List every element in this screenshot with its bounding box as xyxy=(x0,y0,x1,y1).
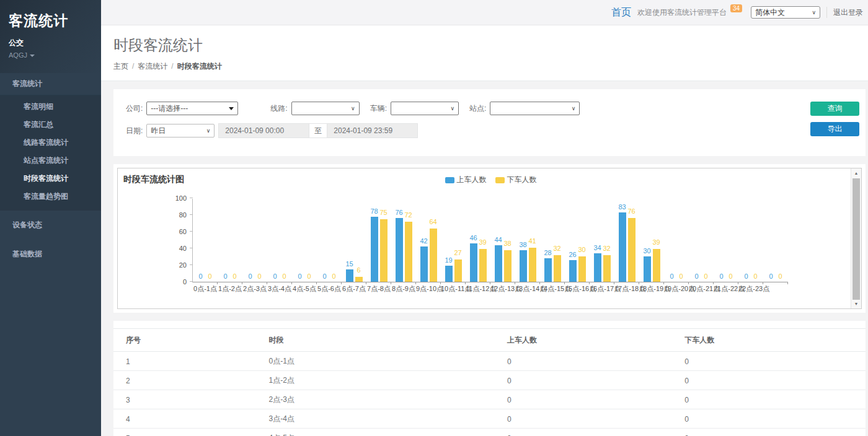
x-axis-label: 8点-9点 xyxy=(391,284,416,294)
end-date-input[interactable]: 2024-01-09 23:59 xyxy=(327,123,418,138)
alighting-bar[interactable] xyxy=(430,229,437,282)
sidebar-item-trend-chart[interactable]: 客流量趋势图 xyxy=(0,188,101,206)
alighting-bar[interactable] xyxy=(405,222,412,282)
alighting-bar[interactable] xyxy=(454,259,462,282)
bar-group: 0022点-23点 xyxy=(738,198,763,282)
vehicle-label: 车辆: xyxy=(370,103,387,114)
sidebar-submenu: 客流明细 客流汇总 线路客流统计 站点客流统计 时段客流统计 客流量趋势图 xyxy=(0,95,101,211)
date-preset-select[interactable]: 昨日 ∨ xyxy=(146,124,215,137)
legend-alighting[interactable]: 下车人数 xyxy=(495,175,537,185)
company-select[interactable]: ---请选择--- xyxy=(146,102,238,115)
bar-value-label: 76 xyxy=(627,207,635,215)
sidebar-item-passenger-stats[interactable]: 客流统计 xyxy=(0,73,101,95)
boarding-bar[interactable] xyxy=(371,217,378,282)
bar-group: 463911点-12点 xyxy=(466,198,490,282)
bar-value-label: 0 xyxy=(728,272,732,280)
boarding-bar[interactable] xyxy=(619,212,626,282)
table-row: 21点-2点00 xyxy=(113,371,866,390)
bar-value-label: 0 xyxy=(198,272,202,280)
alighting-bar[interactable] xyxy=(355,277,363,282)
sidebar-item-base-data[interactable]: 基础数据 xyxy=(0,240,101,265)
bar-value-label: 72 xyxy=(404,211,412,219)
bar-value-label: 0 xyxy=(298,272,301,280)
start-date-input[interactable]: 2024-01-09 00:00 xyxy=(218,123,309,138)
x-axis-label: 2点-3点 xyxy=(242,284,267,294)
col-header-boarding: 上车人数 xyxy=(495,329,672,352)
y-axis-tick-label: 60 xyxy=(168,228,187,235)
boarding-bar[interactable] xyxy=(445,266,453,282)
x-axis-label: 12点-13点 xyxy=(490,284,515,294)
alighting-bar[interactable] xyxy=(479,249,487,282)
x-axis-label: 11点-12点 xyxy=(466,284,490,294)
boarding-bar[interactable] xyxy=(495,245,502,282)
scroll-down-icon[interactable]: ▼ xyxy=(851,299,861,308)
scroll-up-icon[interactable]: ▲ xyxy=(851,168,861,178)
alighting-bar[interactable] xyxy=(578,256,586,282)
table-panel: 序号 时段 上车人数 下车人数 10点-1点0021点-2点0032点-3点00… xyxy=(113,321,866,436)
boarding-bar[interactable] xyxy=(520,250,527,282)
bar-value-label: 0 xyxy=(322,272,326,280)
export-button[interactable]: 导出 xyxy=(810,122,859,136)
language-select[interactable]: 简体中文 ∨ xyxy=(751,6,820,19)
alighting-bar[interactable] xyxy=(653,249,660,282)
bar-value-label: 28 xyxy=(544,249,551,256)
alighting-bar[interactable] xyxy=(380,219,388,282)
bar-value-label: 34 xyxy=(593,244,601,251)
vehicle-select[interactable]: ∨ xyxy=(391,102,459,115)
breadcrumb-section[interactable]: 客流统计 xyxy=(138,62,167,71)
bar-group: 76728点-9点 xyxy=(391,198,416,282)
table-row: 10点-1点00 xyxy=(113,352,866,371)
bar-value-label: 41 xyxy=(528,237,536,245)
boarding-bar[interactable] xyxy=(594,253,601,282)
boarding-bar[interactable] xyxy=(569,260,577,282)
org-switcher[interactable]: AQGJ xyxy=(9,51,92,59)
line-select[interactable]: ∨ xyxy=(291,102,360,115)
sidebar-item-flow-summary[interactable]: 客流汇总 xyxy=(0,116,101,134)
breadcrumb-home[interactable]: 主页 xyxy=(113,62,128,71)
query-button[interactable]: 查询 xyxy=(810,102,859,116)
sidebar-item-flow-detail[interactable]: 客流明细 xyxy=(0,98,101,116)
logout-link[interactable]: 退出登录 xyxy=(833,7,864,18)
bar-value-label: 0 xyxy=(307,272,311,280)
boarding-bar[interactable] xyxy=(420,246,428,282)
bar-value-label: 30 xyxy=(643,247,650,255)
bar-value-label: 44 xyxy=(494,236,502,243)
alighting-bar[interactable] xyxy=(504,250,512,282)
bar-value-label: 38 xyxy=(519,241,526,248)
org-name: 公交 xyxy=(9,38,92,48)
boarding-bar[interactable] xyxy=(346,269,353,282)
chart-scrollbar[interactable]: ▲ ▼ xyxy=(851,168,861,308)
bar-value-label: 0 xyxy=(223,272,227,280)
boarding-bar[interactable] xyxy=(470,243,477,282)
sidebar-item-period-stats[interactable]: 时段客流统计 xyxy=(0,170,101,188)
col-header-alighting: 下车人数 xyxy=(672,329,866,352)
alighting-bar[interactable] xyxy=(603,255,611,282)
boarding-bar[interactable] xyxy=(544,258,552,282)
legend-boarding[interactable]: 上车人数 xyxy=(445,175,487,185)
y-axis-tick-label: 20 xyxy=(168,261,187,269)
caret-down-icon xyxy=(30,54,35,57)
sidebar-item-device-status[interactable]: 设备状态 xyxy=(0,211,101,240)
bar-group: 002点-3点 xyxy=(242,198,267,282)
bar-value-label: 0 xyxy=(778,272,782,280)
topbar-divider xyxy=(826,7,827,18)
bar-value-label: 46 xyxy=(469,234,477,242)
scrollbar-thumb[interactable] xyxy=(852,178,860,300)
breadcrumb: 主页/客流统计/时段客流统计 xyxy=(113,61,868,72)
sidebar-item-station-stats[interactable]: 站点客流统计 xyxy=(0,152,101,170)
sidebar-item-line-stats[interactable]: 线路客流统计 xyxy=(0,134,101,152)
bar-group: 1566点-7点 xyxy=(342,198,366,282)
table-row: 32点-3点00 xyxy=(113,390,866,409)
x-axis-label: 0点-1点 xyxy=(193,284,218,294)
boarding-bar[interactable] xyxy=(396,218,403,282)
bar-group: 192710点-11点 xyxy=(441,198,466,282)
alighting-bar[interactable] xyxy=(628,218,636,282)
y-axis-tick-label: 40 xyxy=(168,245,187,252)
bar-value-label: 0 xyxy=(208,272,211,280)
alighting-bar[interactable] xyxy=(554,255,561,282)
chart-legend: 上车人数 下车人数 xyxy=(445,175,537,185)
alighting-bar[interactable] xyxy=(529,248,536,282)
station-select[interactable]: ∨ xyxy=(490,102,580,115)
boarding-bar[interactable] xyxy=(644,256,651,282)
home-link[interactable]: 首页 xyxy=(611,6,631,19)
